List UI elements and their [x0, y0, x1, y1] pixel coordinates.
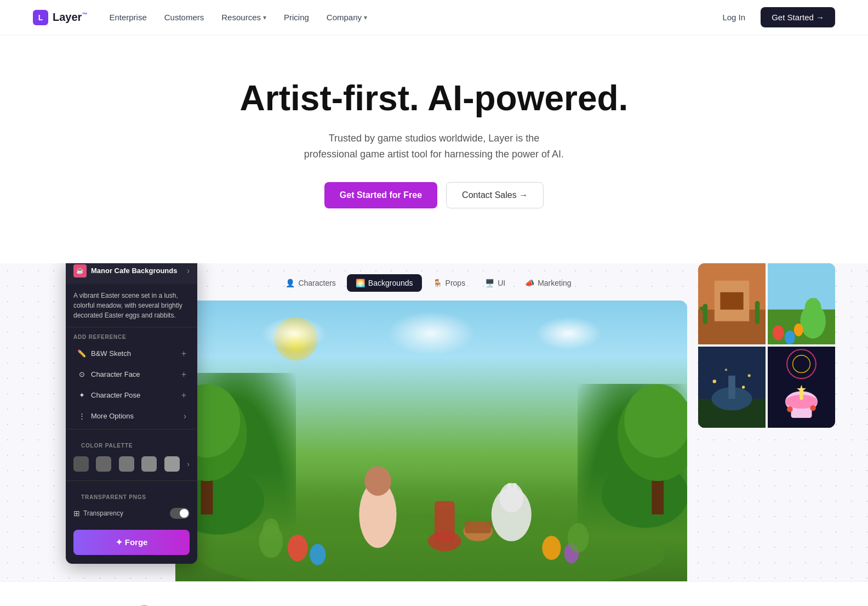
transparency-toggle[interactable]	[170, 508, 190, 519]
demo-section: ☕ Manor Cafe Backgrounds › A vibrant Eas…	[0, 263, 868, 581]
svg-rect-31	[755, 301, 760, 324]
chevron-down-icon: ▾	[263, 14, 266, 21]
bw-sketch-item[interactable]: ✏️ B&W Sketch +	[69, 343, 194, 364]
login-button[interactable]: Log In	[716, 8, 752, 26]
color-swatch-4[interactable]	[141, 456, 157, 472]
svg-point-36	[805, 298, 821, 316]
chevron-down-icon: ▾	[364, 14, 367, 21]
color-swatch-5[interactable]	[164, 456, 180, 472]
transparency-checkered-icon: ⊞	[73, 509, 80, 518]
main-game-image	[175, 301, 687, 581]
tab-backgrounds[interactable]: 🌅 Backgrounds	[347, 274, 422, 292]
logo-icon: L	[33, 10, 48, 25]
tabs-bar: 👤 Characters 🌅 Backgrounds 🪑 Props 🖥️ UI…	[164, 263, 693, 301]
hero-subtitle: Trusted by game studios worldwide, Layer…	[302, 131, 566, 162]
add-icon[interactable]: +	[181, 370, 186, 380]
color-palette-label: COLOR PALETTE	[73, 436, 190, 452]
color-swatch-3[interactable]	[119, 456, 134, 472]
svg-point-11	[542, 536, 561, 560]
add-icon[interactable]: +	[181, 349, 186, 359]
character-face-item[interactable]: ⊙ Character Face +	[69, 364, 194, 385]
close-icon[interactable]: ›	[187, 266, 190, 276]
logo[interactable]: L Layer™	[33, 10, 87, 25]
grid-image-4	[768, 347, 835, 428]
tab-characters[interactable]: 👤 Characters	[277, 274, 344, 292]
svg-rect-15	[507, 483, 511, 495]
logos-section: ja i IGT S SUPER FREE ⊕ tripledat dream★…	[0, 581, 868, 606]
svg-point-48	[725, 369, 727, 371]
left-panel: ☕ Manor Cafe Backgrounds › A vibrant Eas…	[66, 263, 197, 564]
panel-title: Manor Cafe Backgrounds	[91, 267, 177, 275]
add-reference-label: ADD REFERENCE	[66, 327, 197, 343]
svg-point-59	[810, 405, 816, 411]
hero-title: Artist-first. AI-powered.	[11, 79, 857, 117]
get-started-free-button[interactable]: Get Started for Free	[324, 182, 437, 208]
panel-header-left: ☕ Manor Cafe Backgrounds	[73, 264, 177, 277]
nav-resources[interactable]: Resources ▾	[221, 13, 266, 22]
bw-sketch-icon: ✏️	[77, 349, 87, 359]
nav-actions: Log In Get Started →	[716, 7, 835, 27]
grid-image-2	[768, 263, 835, 344]
grid-image-3	[698, 347, 766, 428]
svg-point-58	[787, 406, 793, 412]
svg-rect-29	[720, 292, 743, 310]
panel-description: A vibrant Easter scene set in a lush, co…	[66, 284, 197, 327]
backgrounds-tab-icon: 🌅	[356, 279, 365, 287]
get-started-nav-button[interactable]: Get Started →	[761, 7, 835, 27]
grid-image-1	[698, 263, 766, 344]
divider	[66, 480, 197, 481]
color-palette-row: ›	[73, 456, 190, 472]
chevron-right-icon[interactable]: ›	[187, 460, 190, 468]
more-options-icon: ⋮	[77, 411, 87, 421]
svg-point-25	[568, 523, 589, 553]
marketing-tab-icon: 📣	[525, 279, 534, 287]
character-pose-item[interactable]: ✦ Character Pose +	[69, 385, 194, 406]
tab-props[interactable]: 🪑 Props	[424, 274, 475, 292]
transparent-pngs-section: TRANSPARENT PNGS ⊞ Transparency	[66, 483, 197, 525]
logo-text: Layer™	[53, 11, 87, 24]
svg-point-39	[773, 325, 784, 340]
color-swatch-2[interactable]	[96, 456, 111, 472]
nav-company[interactable]: Company ▾	[327, 13, 367, 22]
svg-point-9	[288, 535, 308, 562]
transparent-pngs-label: TRANSPARENT PNGS	[73, 488, 190, 503]
svg-point-40	[785, 331, 795, 344]
character-face-icon: ⊙	[77, 370, 87, 380]
hero-section: Artist-first. AI-powered. Trusted by gam…	[0, 35, 868, 263]
divider	[66, 429, 197, 429]
navbar: L Layer™ Enterprise Customers Resources …	[0, 0, 868, 35]
nav-customers[interactable]: Customers	[164, 13, 204, 22]
nav-enterprise[interactable]: Enterprise	[109, 13, 146, 22]
svg-rect-32	[699, 307, 706, 310]
nav-pricing[interactable]: Pricing	[284, 13, 309, 22]
svg-rect-16	[513, 483, 517, 495]
color-palette-section: COLOR PALETTE ›	[66, 432, 197, 478]
right-image-grid	[698, 263, 835, 428]
add-icon[interactable]: +	[181, 390, 186, 400]
svg-rect-38	[814, 298, 817, 306]
svg-point-18	[364, 466, 391, 496]
svg-point-41	[794, 324, 803, 336]
transparency-row: ⊞ Transparency	[73, 508, 190, 519]
svg-point-24	[263, 518, 279, 537]
hero-buttons: Get Started for Free Contact Sales →	[11, 182, 857, 208]
panel-header: ☕ Manor Cafe Backgrounds ›	[66, 263, 197, 284]
scene-svg	[175, 301, 687, 581]
ui-tab-icon: 🖥️	[485, 279, 494, 287]
more-options-item[interactable]: ⋮ More Options ›	[69, 406, 194, 427]
demo-wrapper: ☕ Manor Cafe Backgrounds › A vibrant Eas…	[33, 263, 835, 581]
logo-ja: ja	[59, 604, 73, 606]
svg-point-47	[748, 374, 751, 377]
tab-ui[interactable]: 🖥️ UI	[476, 274, 514, 292]
ja-text: ja	[59, 604, 73, 606]
character-pose-icon: ✦	[77, 390, 87, 400]
nav-links: Enterprise Customers Resources ▾ Pricing…	[109, 13, 716, 22]
forge-button[interactable]: ✦ Forge	[73, 530, 190, 555]
svg-rect-45	[728, 376, 735, 399]
chevron-right-icon: ›	[184, 411, 186, 421]
color-swatch-1[interactable]	[73, 456, 89, 472]
props-tab-icon: 🪑	[433, 279, 442, 287]
contact-sales-button[interactable]: Contact Sales →	[446, 182, 544, 208]
characters-tab-icon: 👤	[285, 279, 295, 287]
tab-marketing[interactable]: 📣 Marketing	[516, 274, 580, 292]
